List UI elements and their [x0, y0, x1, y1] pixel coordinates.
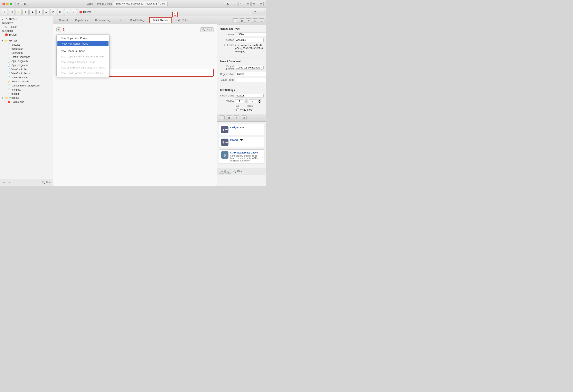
- indent-stepper[interactable]: ▲ ▼: [258, 99, 261, 103]
- inspectors-btn[interactable]: ▭: [258, 2, 264, 6]
- file-icon: 📄: [7, 84, 11, 87]
- close-button[interactable]: [2, 3, 5, 5]
- sidebar-item-main-storyboard[interactable]: 📄 Main.storyboard: [0, 75, 53, 79]
- text-settings-section: Text Settings Indent Using Spaces Widths…: [217, 86, 266, 114]
- tool5[interactable]: ◈: [29, 9, 36, 15]
- tool4[interactable]: ⊕: [22, 9, 29, 15]
- sidebar-item-viewcontroller-h[interactable]: 📄 ViewController.h: [0, 67, 53, 71]
- sidebar-item-appdelegate-h[interactable]: 📄 AppDelegate.h: [0, 59, 53, 63]
- project-format-select[interactable]: Xcode 9.3-compatible: [235, 66, 264, 70]
- menu-new-run-script[interactable]: New Run Script Phase: [57, 41, 108, 46]
- group-disclosure: ▼: [2, 40, 4, 42]
- project-breadcrumb[interactable]: HXTest: [85, 2, 93, 5]
- sidebar-group-hxtest[interactable]: ▼ 📁 HXTest: [0, 39, 53, 43]
- sidebar-add-btn[interactable]: +: [2, 180, 6, 185]
- help-btn[interactable]: ?: [252, 10, 258, 14]
- add-btn[interactable]: ◫: [9, 9, 15, 15]
- sidebar-root[interactable]: ▼ ⬡ HXTest: [0, 17, 53, 21]
- tab-build-rules[interactable]: Build Rules: [172, 17, 192, 23]
- location-select[interactable]: Absolute: [235, 38, 264, 42]
- editor-area: General Capabilities Resource Tags Info …: [53, 16, 217, 186]
- sidebar-item-main-m[interactable]: 📄 main.m: [0, 92, 53, 96]
- tab-capabilities[interactable]: Capabilities: [72, 17, 91, 23]
- sidebar-remove-btn[interactable]: −: [7, 180, 11, 185]
- tool7[interactable]: ⇆: [43, 9, 50, 15]
- run-button[interactable]: ▶: [16, 2, 21, 6]
- indent-width-input[interactable]: [249, 99, 257, 103]
- minimize-button[interactable]: [6, 3, 9, 5]
- new-doc-btn[interactable]: 📄: [259, 10, 264, 14]
- tool6[interactable]: ≡: [36, 9, 42, 15]
- sidebar-item-confuse-h[interactable]: 📄 Confuse.h: [0, 51, 53, 55]
- tab-info[interactable]: Info: [115, 17, 126, 23]
- target-item[interactable]: 🔴 HXTest: [0, 33, 53, 37]
- sidebar-filter-label: Filter: [46, 181, 51, 184]
- stop-button[interactable]: ■: [22, 2, 28, 6]
- filename: Confuse.h: [11, 52, 23, 54]
- tab-build-settings[interactable]: Build Settings: [127, 17, 149, 23]
- indent-using-select[interactable]: Spaces: [235, 94, 264, 98]
- sidebar-item-func-list[interactable]: 📄 func.list: [0, 43, 53, 47]
- tab-stepper-down[interactable]: ▼: [245, 101, 248, 103]
- organization-input[interactable]: [235, 72, 266, 76]
- indent-stepper-down[interactable]: ▼: [258, 101, 261, 103]
- tab-stepper-up[interactable]: ▲: [245, 99, 248, 101]
- phase-close-btn[interactable]: ✕: [208, 71, 211, 75]
- sidebar-item-prefix-pch[interactable]: 📄 PrefixHeader.pch: [0, 55, 53, 59]
- snippet-media-btn[interactable]: □: [241, 115, 247, 120]
- class-prefix-input[interactable]: [235, 78, 266, 82]
- sidebar-item-assets[interactable]: 📁 Assets.xcassets: [0, 79, 53, 84]
- sidebar-item-appdelegate-m[interactable]: 📄 AppDelegate.m: [0, 63, 53, 67]
- name-label: Name: [220, 33, 234, 36]
- tab-build-phases[interactable]: Build Phases 1: [149, 17, 172, 23]
- sidebar-item-viewcontroller-m[interactable]: 📄 ViewController.m: [0, 71, 53, 75]
- nav-buttons: ‹ ›: [64, 9, 77, 15]
- panel-toggle-btn[interactable]: ⊟: [225, 2, 231, 6]
- rp-btn4[interactable]: □: [252, 18, 258, 23]
- rp-footer-code-btn[interactable]: {}: [225, 169, 231, 174]
- add-phase-btn[interactable]: +: [56, 27, 61, 32]
- share-btn[interactable]: ↺: [232, 2, 237, 6]
- tab-resource-tags[interactable]: Resource Tags: [92, 17, 115, 23]
- sidebar-group-products[interactable]: ▼ 📁 Products: [0, 96, 53, 100]
- tab-stepper[interactable]: ▲ ▼: [245, 99, 248, 103]
- indent-stepper-up[interactable]: ▲: [258, 99, 261, 101]
- back-btn[interactable]: ↩: [238, 2, 244, 6]
- snippet-assign-text: assign - ass: [230, 126, 244, 129]
- wrap-lines-checkbox[interactable]: ✓: [236, 108, 239, 111]
- back-nav-btn[interactable]: ‹: [64, 9, 70, 15]
- snippet-file-btn[interactable]: 📄: [219, 115, 225, 120]
- project-item[interactable]: 🗂 HXTest: [0, 25, 53, 29]
- sidebar-item-launchscreen[interactable]: 📄 LaunchScreen.storyboard: [0, 84, 53, 88]
- tool8[interactable]: ◻: [50, 9, 56, 15]
- tab-width-input[interactable]: [235, 99, 243, 103]
- breadcrumb-project-name[interactable]: HXTest: [83, 11, 91, 14]
- project-name: HXTest: [9, 26, 17, 28]
- rp-btn1[interactable]: 📄: [233, 18, 238, 23]
- maximize-button[interactable]: [10, 3, 12, 5]
- forward-nav-btn[interactable]: ›: [71, 9, 77, 15]
- rp-btn3[interactable]: ⊙: [246, 18, 251, 23]
- rp-footer-grid-btn[interactable]: ⊞: [219, 169, 225, 174]
- filename: Info.plist: [11, 88, 21, 91]
- debug-btn[interactable]: ⊞: [57, 9, 63, 15]
- sidebar-btn[interactable]: ▭: [245, 2, 251, 6]
- device-breadcrumb[interactable]: iPhone 8 Plus: [97, 2, 112, 5]
- snippet-obj-btn[interactable]: ⊙: [233, 115, 239, 120]
- menu-new-headers[interactable]: New Headers Phase: [57, 48, 109, 54]
- sidebar-item-hxtest-app[interactable]: 🔴 HXTest.app: [0, 100, 53, 104]
- rp-help-btn[interactable]: ?: [259, 18, 264, 23]
- editor-btn[interactable]: ▭: [251, 2, 257, 6]
- tool3[interactable]: ⚡: [16, 9, 22, 15]
- sidebar-item-confuse-sh[interactable]: 📄 confuse.sh: [0, 47, 53, 51]
- snippet-code-btn[interactable]: {}: [226, 115, 232, 120]
- snippet-assign-icon: { }User: [221, 126, 229, 133]
- menu-new-compile-sources: New Compile Sources Phase: [57, 59, 109, 65]
- rp-btn2[interactable]: {}: [239, 18, 245, 23]
- tab-general[interactable]: General: [55, 17, 71, 23]
- menu-new-copy-files[interactable]: New Copy Files Phase: [57, 35, 109, 41]
- file-icon: 📄: [7, 92, 11, 95]
- sidebar-item-info-plist[interactable]: 📄 Info.plist: [0, 88, 53, 92]
- new-file-btn[interactable]: +: [2, 9, 8, 15]
- name-input[interactable]: [235, 32, 266, 36]
